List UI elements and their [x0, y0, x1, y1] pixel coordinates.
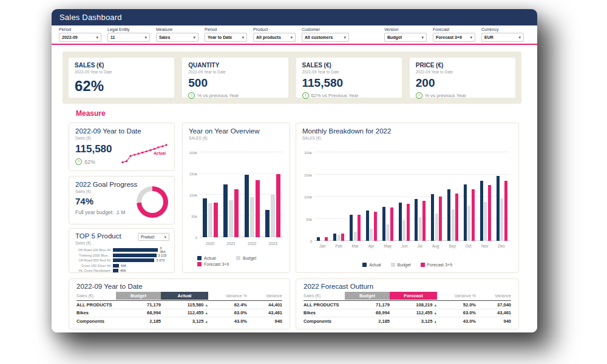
filter-dropdown[interactable]: 11▾	[107, 33, 150, 42]
up-arrow-icon: ↑	[302, 92, 309, 99]
filter-label: Measure	[156, 27, 205, 32]
x-axis-label: Dec	[498, 244, 505, 248]
filter-value: Budget	[387, 35, 402, 39]
bar-forecast-3-9	[390, 207, 393, 241]
bar-budget	[337, 235, 341, 241]
filter-dropdown[interactable]: All customers▾	[302, 33, 349, 42]
bar-group	[464, 152, 475, 241]
variance-pct-value: 63.0%	[208, 310, 247, 315]
x-axis-label: May	[384, 244, 392, 248]
legend-swatch	[197, 262, 202, 266]
table-row: ALL PRODUCTS71,179115,580 ▲62.4%44,401	[76, 301, 282, 309]
yoy-legend: ActualBudgetForecast 3+9	[197, 256, 283, 266]
bar-actual	[497, 176, 500, 241]
filter-dropdown[interactable]: All products▾	[253, 33, 296, 42]
actual-value: 3,125 ▲	[390, 318, 437, 324]
bar-budget	[370, 229, 373, 241]
variance-pct-value: 62.4%	[208, 302, 247, 308]
filter-label: Customer	[302, 27, 350, 32]
y-axis-tick: 0	[310, 240, 312, 243]
filter-customer: CustomerAll customers▾	[302, 27, 350, 42]
x-axis-label: Jul	[417, 244, 422, 248]
bar-forecast-3-9	[358, 215, 361, 241]
chevron-down-icon: ▾	[344, 35, 346, 39]
kpi-subtitle: 2022-09 Year to Date	[188, 70, 282, 74]
legend-item: Forecast 3+9	[197, 262, 236, 266]
x-axis-label: 2021	[227, 241, 236, 246]
chevron-down-icon: ▾	[421, 35, 424, 39]
variance-pct-value: 52.0%	[437, 302, 476, 308]
bar-actual	[350, 215, 353, 241]
table-row: Bikes68,994112,455 ▲63.0%43,461	[76, 309, 282, 318]
bar-group	[317, 152, 328, 241]
row-label: Bikes	[76, 310, 116, 315]
kpi-card: PRICE (€)2022-09 Year to Date200↑% vs pr…	[410, 58, 515, 98]
top5-bar	[113, 254, 157, 257]
bar-group	[415, 152, 426, 241]
bar-actual	[265, 210, 270, 238]
bar-group	[497, 152, 507, 241]
filter-dropdown[interactable]: Year to Date▾	[205, 33, 247, 42]
filter-dropdown[interactable]: Budget▾	[384, 33, 427, 42]
top5-bar-track: 434	[113, 264, 168, 268]
bar-forecast-3-9	[439, 197, 442, 241]
filter-version: VersionBudget▾	[384, 27, 433, 42]
filter-value: All products	[256, 35, 281, 39]
kpi-delta: ↑% vs previous Year	[416, 92, 509, 99]
variance-value: 940	[476, 318, 511, 324]
kpi-value: 200	[416, 76, 509, 90]
legend-item: Budget	[391, 263, 411, 267]
chart-subtitle: SALES (€)	[302, 136, 512, 140]
filter-label: Period	[59, 27, 107, 32]
forecast-column-header: Forecast	[390, 292, 437, 300]
filter-dropdown[interactable]: Sales▾	[156, 33, 198, 42]
kpi-delta-text: 62% vs Previous Year	[311, 93, 359, 98]
y-axis-tick: 150k	[304, 174, 312, 177]
budget-value: 71,179	[345, 302, 390, 308]
chart-title: Monthly Breakdown for 2022	[302, 127, 512, 135]
filter-currency: CurrencyEUR▾	[481, 27, 530, 42]
top5-bar-track: 3 354	[113, 246, 168, 254]
bar-group	[431, 152, 442, 241]
bar-forecast-3-9	[214, 203, 218, 237]
top5-bar-value: 3 215	[158, 254, 167, 257]
bar-actual	[480, 181, 483, 241]
filter-dropdown[interactable]: 2022-09▾	[59, 33, 101, 42]
legend-swatch	[421, 263, 425, 267]
legend-label: Forecast 3+9	[427, 263, 452, 267]
chevron-down-icon: ▾	[242, 35, 244, 39]
yoy-x-axis: 2020202120222023	[200, 241, 283, 246]
y-axis-tick: 200k	[304, 151, 312, 155]
bar-actual	[431, 194, 434, 241]
product-dropdown[interactable]: Product ▾	[138, 233, 169, 241]
table-title: 2022 Forecast Outturn	[304, 283, 511, 290]
filter-label: Forecast	[433, 27, 481, 32]
top5-bar-label: HL Cross Handlebars	[75, 269, 113, 272]
sales-dashboard-window: Sales Dashboard Period2022-09▾Legal Enti…	[52, 9, 537, 332]
variance-pct-header: Variance %	[208, 294, 247, 298]
top5-bar-row: Off-Road-100 Blue 443 354	[75, 248, 168, 253]
variance-pct-value: 43.0%	[208, 318, 247, 324]
filter-value: Year to Date	[208, 35, 232, 39]
top5-bar	[113, 258, 154, 262]
bar-budget	[500, 198, 503, 241]
table-header-row: Sales (€) Budget Forecast Variance % Var…	[304, 292, 511, 301]
kpi-delta: ↑% vs previous Year	[188, 92, 282, 99]
filter-dropdown[interactable]: EUR▾	[481, 33, 524, 42]
kpi-delta-text: % vs previous Year	[197, 93, 239, 98]
kpi-subtitle: 2022-09 Year to Date	[75, 70, 168, 74]
top5-bar-track: 3 073	[113, 258, 168, 262]
bar-group	[350, 152, 361, 241]
variance-value: 44,401	[247, 302, 282, 308]
legend-label: Actual	[369, 263, 381, 267]
y-axis-tick: 150k	[189, 172, 197, 176]
filter-value: 2022-09	[62, 35, 78, 39]
top5-bar-track: 3 215	[113, 254, 168, 257]
bar-actual	[203, 198, 207, 237]
filter-dropdown[interactable]: Forecast 3+9▾	[433, 33, 475, 42]
top5-bar-label: Off-Road-100 Blue 44	[75, 248, 113, 252]
x-axis-label: 2023	[269, 241, 277, 246]
chart-subtitle: SALES (€)	[189, 136, 283, 140]
x-axis-label: Mar	[352, 244, 359, 248]
bar-budget	[321, 240, 324, 241]
